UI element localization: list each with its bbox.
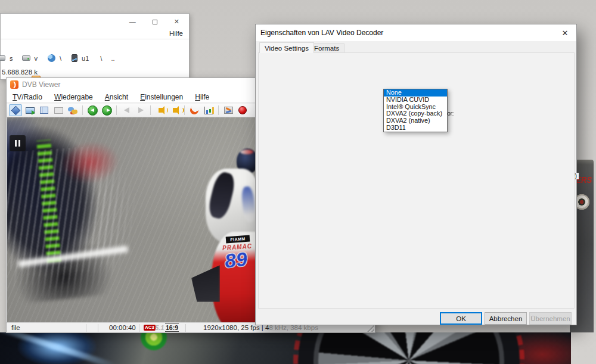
menu-wiedergabe[interactable]: Wiedergabe xyxy=(54,93,93,101)
channels-5-1: 5.1 xyxy=(155,324,164,331)
lav-decoder-dialog: Eigenschaften von LAV Video Decoder ✕ Vi… xyxy=(255,24,577,325)
menu-hilfe[interactable]: Hilfe xyxy=(169,30,183,37)
maximize-icon[interactable] xyxy=(153,20,157,24)
menu-ansicht[interactable]: Ansicht xyxy=(105,93,128,101)
previous-icon[interactable] xyxy=(120,104,133,116)
wallpaper-bottom xyxy=(0,332,571,364)
minimize-icon[interactable]: — xyxy=(129,18,136,25)
close-icon[interactable]: ✕ xyxy=(174,18,179,25)
drive-letter[interactable]: v xyxy=(35,55,38,62)
windows-icon[interactable] xyxy=(38,104,51,116)
aspect-ratio-icon: 16:9 xyxy=(165,323,179,332)
apply-button: Übernehmen xyxy=(529,312,572,325)
info-icon[interactable] xyxy=(9,104,22,116)
osd-icon[interactable] xyxy=(52,104,65,116)
close-icon[interactable]: ✕ xyxy=(554,24,576,41)
toolbar-separator xyxy=(150,105,151,115)
size-text: 5.688.828 k xyxy=(2,69,38,76)
mute-swoosh-icon[interactable] xyxy=(188,104,201,116)
window-controls: — ✕ xyxy=(129,18,179,25)
network-icon[interactable] xyxy=(48,54,55,62)
drive-icon[interactable] xyxy=(0,55,5,61)
hw-decoder-dropdown: None NVIDIA CUVID Intel® QuickSync DXVA2… xyxy=(383,89,448,132)
drive-letter[interactable]: \ xyxy=(60,55,61,62)
menu-hilfe[interactable]: Hilfe xyxy=(195,93,209,101)
bike-number: 89 xyxy=(224,247,249,273)
drive-letter[interactable]: u1 xyxy=(82,55,89,62)
dialog-title: Eigenschaften von LAV Video Decoder xyxy=(260,29,383,37)
toolbar-separator xyxy=(218,105,219,115)
forward-icon[interactable] xyxy=(100,104,113,116)
motion-blur-speckles xyxy=(7,142,155,301)
drive-icon[interactable] xyxy=(22,55,30,61)
status-separator xyxy=(185,324,186,332)
window-title: DVB Viewer xyxy=(22,80,60,89)
status-file: file xyxy=(11,324,20,331)
toolbar-separator xyxy=(184,105,185,115)
desktop: HERS — ✕ Hilfe s v \ u1 \ .. 5.688.828 k xyxy=(0,0,596,364)
tab-formats[interactable]: Formats xyxy=(309,43,344,52)
status-separator xyxy=(98,324,98,332)
light-streak xyxy=(0,332,117,364)
ok-button[interactable]: OK xyxy=(440,312,482,325)
next-icon[interactable] xyxy=(134,104,147,116)
status-time: 00:00:40 xyxy=(109,324,136,331)
drive-letter[interactable]: s xyxy=(10,55,13,62)
ac3-icon: AC3 xyxy=(144,325,156,331)
pause-overlay-button[interactable] xyxy=(10,135,26,151)
menu-einstellungen[interactable]: Einstellungen xyxy=(140,93,183,101)
background-window: — ✕ Hilfe s v \ u1 \ .. 5.688.828 k xyxy=(0,13,190,80)
status-separator xyxy=(139,324,139,332)
menu-tv-radio[interactable]: TV/Radio xyxy=(13,93,42,101)
drive-bar: s v \ u1 \ .. xyxy=(1,54,115,62)
teletext-icon[interactable] xyxy=(66,104,79,116)
status-separator xyxy=(86,324,86,332)
options-icon[interactable] xyxy=(222,104,235,116)
race-car-wheel xyxy=(298,332,520,364)
resize-grip[interactable] xyxy=(367,325,374,332)
volume-down-icon[interactable] xyxy=(154,104,167,116)
back-icon[interactable] xyxy=(86,104,99,116)
bp-logo-icon xyxy=(141,332,167,350)
tab-video-settings[interactable]: Video Settings xyxy=(259,42,314,53)
parent-dir[interactable]: .. xyxy=(111,55,114,62)
statistics-icon[interactable] xyxy=(202,104,215,116)
tv-window-icon[interactable] xyxy=(23,104,36,116)
path-separator[interactable]: \ xyxy=(100,55,102,62)
volume-up-icon[interactable] xyxy=(168,104,181,116)
toolbar-separator xyxy=(82,105,83,115)
cancel-button[interactable]: Abbrechen xyxy=(485,312,527,325)
record-icon[interactable] xyxy=(236,104,249,116)
dvb-viewer-logo-icon xyxy=(10,80,18,89)
toolbar-separator xyxy=(116,105,117,115)
device-icon[interactable] xyxy=(72,54,77,62)
bike-winglet xyxy=(191,265,220,302)
dialog-titlebar[interactable]: Eigenschaften von LAV Video Decoder xyxy=(256,24,576,41)
menubar-divider xyxy=(1,39,189,39)
dropdown-option[interactable]: D3D11 xyxy=(384,125,447,132)
